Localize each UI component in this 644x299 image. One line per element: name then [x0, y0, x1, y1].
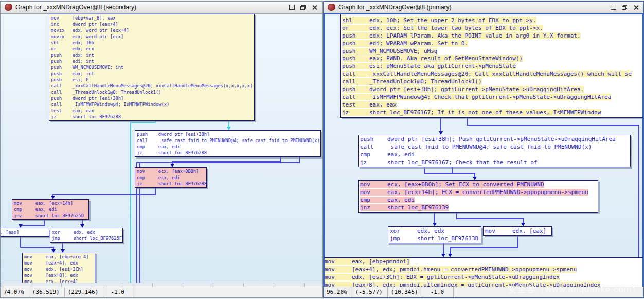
asm-line[interactable]: mov ecx, [eax+0B0h]: [137, 168, 205, 174]
graph-edge: [130, 122, 131, 287]
asm-line[interactable]: shl edx, 10h; Set the upper 2 bytes of E…: [342, 17, 643, 25]
asm-line[interactable]: push WM_NCMOUSEMOVE; uMsg: [342, 48, 643, 56]
restore-button[interactable]: [299, 4, 307, 11]
asm-line[interactable]: test eax, eax: [342, 101, 643, 109]
basic-block-safecast[interactable]: push dword ptr [esi+38h]call _safe_cast_…: [135, 130, 321, 157]
horizontal-scrollbar[interactable]: [1, 283, 322, 287]
asm-line[interactable]: movzx edx, word ptr [ecx+4]: [51, 27, 253, 33]
graph-edge: [434, 213, 435, 223]
asm-line[interactable]: mov eax, [ecx+14h]: [14, 200, 87, 206]
graph-edge: [82, 220, 83, 224]
asm-line[interactable]: movzx ecx, word ptr [ecx]: [51, 33, 253, 40]
basic-block-check1[interactable]: mov ecx, [eax+0B0h]; Set ECX to converte…: [358, 180, 598, 213]
asm-line[interactable]: mov eax, [ecx+14h]; ECX = convertedPMENU…: [360, 189, 596, 197]
asm-line[interactable]: jz short loc_BF976288: [51, 114, 253, 120]
basic-block-safecast[interactable]: push dword ptr [esi+38h]; Push gptiCurre…: [358, 135, 631, 167]
restore-button[interactable]: [621, 4, 628, 11]
basic-block-exit[interactable]: mov eax, [ebp+pmndoi]mov [eax+4], edx; p…: [324, 257, 643, 287]
asm-line[interactable]: push esi; P: [51, 77, 253, 83]
asm-line[interactable]: push WM_NCMOUSEMOVE; int: [51, 64, 253, 71]
asm-line[interactable]: cmp ecx, edi: [137, 174, 205, 181]
asm-line[interactable]: mov edx, [esi+3Ch]: [24, 266, 93, 272]
basic-block-movedx[interactable]: mov edx, [eax]: [1, 228, 49, 237]
asm-line[interactable]: mov [eax+8], edx: [24, 272, 93, 278]
asm-line[interactable]: push edx; int: [51, 52, 253, 58]
asm-line[interactable]: jmp short loc_BF97613B: [390, 235, 479, 243]
asm-line[interactable]: mov eax, [ebp+pmndoi]: [325, 258, 643, 266]
close-button[interactable]: [311, 4, 318, 11]
asm-line[interactable]: mov edx, [eax]: [1, 229, 47, 235]
asm-line[interactable]: call _ThreadUnlock1@0; ThreadUnlock1(): [51, 89, 253, 95]
asm-line[interactable]: cmp eax, edi: [137, 144, 319, 150]
graph-window-icon: [328, 4, 335, 11]
asm-line[interactable]: cmp eax, edi: [360, 151, 629, 159]
asm-line[interactable]: jmp short loc_BF97625F: [52, 235, 121, 241]
graph-edge: [62, 243, 63, 249]
asm-line[interactable]: shl edx, 10h: [51, 40, 253, 46]
title-bar[interactable]: Graph for _xxxMNDragOver@8 (primary): [324, 2, 643, 13]
asm-line[interactable]: call _safe_cast_fnid_to_PMENUWND@4; safe…: [137, 137, 319, 144]
asm-line[interactable]: or edx, ecx: [51, 46, 253, 52]
asm-line[interactable]: jz short loc_BF976288: [137, 150, 319, 156]
asm-line[interactable]: test eax, eax: [51, 108, 253, 114]
asm-line[interactable]: call _xxxCallHandleMenuMessages@20; xxxC…: [51, 83, 253, 89]
restore-icon: [300, 5, 306, 10]
asm-line[interactable]: call _IsMFMWFPWindow@4; Check that gptiC…: [342, 94, 643, 101]
basic-block-entry[interactable]: mov [ebp+var_8], eaxinc dword ptr [eax+4…: [49, 14, 255, 121]
asm-line[interactable]: jz short loc_BF976167; Check that the re…: [360, 159, 629, 167]
graph-edge: [44, 220, 45, 225]
basic-block-entry[interactable]: shl edx, 10h; Set the upper 2 bytes of E…: [340, 13, 643, 118]
edge-arrow: [521, 223, 525, 226]
graph-canvas[interactable]: shl edx, 10h; Set the upper 2 bytes of E…: [324, 13, 643, 287]
asm-line[interactable]: mov edx, [esi+3Ch]; EDX = gptiCurrent->p…: [325, 274, 643, 282]
close-button[interactable]: [632, 4, 639, 11]
asm-line[interactable]: push dword ptr [esi+38h]; gptiCurrent->p…: [342, 86, 643, 94]
basic-block-exit[interactable]: mov eax, [ebp+arg_4]mov [eax+4], edxmov …: [22, 253, 95, 287]
asm-line[interactable]: push dword ptr [esi+38h]: [51, 95, 253, 101]
maximize-button[interactable]: [288, 4, 295, 11]
asm-line[interactable]: xor edx, edx: [52, 229, 121, 235]
asm-line[interactable]: push edi; WPARAM wParam. Set to 0.: [342, 40, 643, 48]
asm-line[interactable]: cmp eax, edi: [360, 197, 596, 204]
title-bar[interactable]: Graph for _xxxMNDragOver@8 (secondary): [1, 2, 322, 13]
asm-line[interactable]: jnz short loc_BF976139: [360, 204, 596, 212]
maximize-icon: [611, 5, 616, 10]
asm-line[interactable]: push dword ptr [esi+38h]: [137, 131, 319, 137]
asm-line[interactable]: jnz short loc_BF97625D: [14, 213, 87, 219]
asm-line[interactable]: jz short loc_BF976167; If it is not one …: [342, 109, 643, 117]
maximize-button[interactable]: [610, 4, 617, 11]
basic-block-check2[interactable]: mov eax, [ecx+14h]cmp eax, edijnz short …: [12, 199, 89, 220]
asm-line[interactable]: push edx; LPARAM lParam. Aka the POINT v…: [342, 32, 643, 40]
graph-edge: [517, 236, 518, 247]
asm-line[interactable]: push esi; pMenuState aka gptiCurrent->pM…: [342, 63, 643, 71]
asm-line[interactable]: mov edx, [eax]: [485, 227, 550, 235]
graph-canvas[interactable]: mov [ebp+var_8], eaxinc dword ptr [eax+4…: [1, 13, 322, 287]
asm-line[interactable]: call _xxxCallHandleMenuMessages@20; Call…: [342, 71, 643, 78]
asm-line[interactable]: push eax; int: [51, 71, 253, 77]
asm-line[interactable]: mov [eax+4], edx; pmndoi.hmenu = convert…: [325, 266, 643, 274]
asm-line[interactable]: or edx, ecx; Set the lower two bytes of …: [342, 25, 643, 32]
asm-line[interactable]: push dword ptr [esi+38h]; Push gptiCurre…: [360, 136, 629, 144]
graph-edge: [523, 218, 524, 223]
asm-line[interactable]: jz short loc_BF976288: [137, 181, 205, 187]
close-icon: [634, 5, 638, 10]
asm-line[interactable]: push eax; PWND. Aka result of GetMenuSta…: [342, 55, 643, 63]
asm-line[interactable]: cmp eax, edi: [14, 206, 87, 213]
asm-line[interactable]: mov ecx, [eax+0B0h]; Set ECX to converte…: [360, 181, 596, 189]
asm-line[interactable]: call _ThreadUnlock1@0; ThreadUnlock1(): [342, 78, 643, 86]
asm-line[interactable]: xor edx, edx: [390, 227, 479, 235]
basic-block-check1[interactable]: mov ecx, [eax+0B0h]cmp ecx, edijz short …: [135, 167, 207, 188]
asm-line[interactable]: push edi; int: [51, 58, 253, 64]
asm-line[interactable]: call _safe_cast_fnid_to_PMENUWND@4; safe…: [360, 144, 629, 151]
basic-block-xor[interactable]: xor edx, edxjmp short loc_BF97613B: [388, 226, 481, 243]
window-title: Graph for _xxxMNDragOver@8 (secondary): [15, 4, 288, 11]
asm-line[interactable]: mov eax, [ebp+arg_4]: [24, 254, 93, 260]
asm-line[interactable]: mov [eax+4], edx: [24, 260, 93, 266]
asm-line[interactable]: [342, 13, 643, 17]
basic-block-xor[interactable]: xor edx, edxjmp short loc_BF97625F: [50, 228, 123, 243]
asm-line[interactable]: inc dword ptr [eax+4]: [51, 21, 253, 27]
asm-line[interactable]: call _IsMFMWFPWindow@4; IsMFMWFPWindow(x…: [51, 101, 253, 108]
restore-icon: [622, 5, 627, 10]
basic-block-movedx[interactable]: mov edx, [eax]: [483, 226, 552, 236]
asm-line[interactable]: mov [ebp+var_8], eax: [51, 15, 253, 21]
